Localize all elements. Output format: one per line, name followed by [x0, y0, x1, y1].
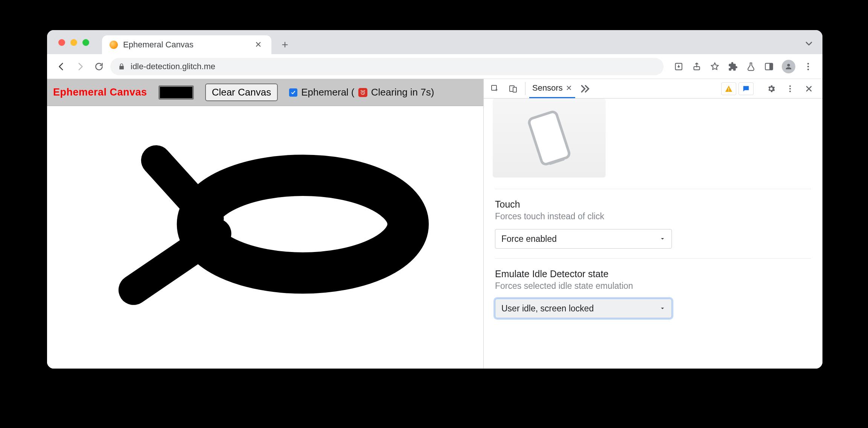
touch-section: Touch Forces touch instead of click Forc…	[495, 189, 811, 258]
profile-avatar[interactable]	[782, 60, 795, 73]
devtools-tab-label: Sensors	[532, 83, 563, 93]
browser-tab[interactable]: Ephemeral Canvas ✕	[102, 35, 271, 54]
touch-title: Touch	[495, 199, 811, 210]
devtools-menu-icon[interactable]	[782, 84, 798, 93]
svg-point-16	[789, 91, 791, 92]
devtools-issues-warning-icon[interactable]	[721, 82, 736, 95]
window-zoom-button[interactable]	[82, 39, 89, 46]
drawing-canvas[interactable]	[47, 106, 483, 369]
ephemeral-label-prefix: Ephemeral (	[301, 87, 355, 98]
nav-forward-button[interactable]	[73, 59, 88, 74]
touch-select[interactable]: Force enabled	[495, 229, 672, 249]
touch-select-value: Force enabled	[501, 234, 557, 244]
svg-point-8	[198, 175, 408, 273]
svg-rect-13	[728, 90, 729, 91]
window-close-button[interactable]	[58, 39, 65, 46]
devtools-close-icon[interactable]	[801, 84, 817, 93]
inspect-element-icon[interactable]	[487, 79, 503, 98]
device-toggle-icon[interactable]	[505, 79, 521, 98]
tab-favicon-icon	[110, 41, 118, 49]
idle-title: Emulate Idle Detector state	[495, 269, 811, 279]
devtools-panel: Sensors ✕	[484, 79, 822, 369]
touch-subtitle: Forces touch instead of click	[495, 211, 811, 222]
idle-state-select[interactable]: User idle, screen locked	[495, 299, 672, 318]
browser-toolbar: idle-detection.glitch.me	[47, 54, 822, 79]
svg-rect-3	[770, 63, 773, 70]
labs-icon[interactable]	[743, 59, 758, 74]
webpage-area: Ephemeral Canvas Clear Canvas Ephemeral …	[47, 79, 484, 369]
browser-window: Ephemeral Canvas ✕ + idle-detection.glit…	[47, 30, 822, 369]
caret-down-icon	[659, 234, 665, 244]
svg-point-5	[807, 65, 809, 67]
color-picker[interactable]	[158, 85, 194, 100]
svg-point-4	[807, 63, 809, 64]
address-bar[interactable]: idle-detection.glitch.me	[110, 58, 664, 75]
ephemeral-checkbox[interactable]	[289, 88, 297, 97]
bookmark-star-icon[interactable]	[707, 59, 722, 74]
canvas-drawing	[47, 106, 483, 369]
chrome-menu-button[interactable]	[801, 59, 816, 74]
reload-button[interactable]	[91, 59, 107, 74]
new-tab-button[interactable]: +	[277, 36, 293, 53]
svg-rect-12	[728, 88, 729, 90]
devtools-whatsnew-icon[interactable]	[739, 82, 754, 95]
tabs-dropdown-button[interactable]	[804, 38, 814, 46]
caret-down-icon	[659, 304, 665, 314]
devtools-tab-close-button[interactable]: ✕	[566, 83, 572, 93]
sensors-panel-body: Touch Forces touch instead of click Forc…	[484, 99, 822, 369]
tab-strip: Ephemeral Canvas ✕ +	[47, 30, 822, 54]
devtools-tab-sensors[interactable]: Sensors ✕	[529, 79, 575, 98]
idle-subtitle: Forces selected idle state emulation	[495, 281, 811, 291]
share-icon[interactable]	[689, 59, 704, 74]
extensions-icon[interactable]	[725, 59, 740, 74]
svg-rect-17	[528, 111, 570, 165]
page-toolbar: Ephemeral Canvas Clear Canvas Ephemeral …	[47, 79, 483, 106]
lock-icon	[118, 63, 125, 70]
svg-rect-11	[513, 87, 516, 92]
clear-canvas-button[interactable]: Clear Canvas	[205, 83, 278, 101]
window-minimize-button[interactable]	[70, 39, 77, 46]
page-title: Ephemeral Canvas	[53, 87, 147, 98]
ephemeral-option: Ephemeral ( Clearing in 7s)	[289, 87, 434, 98]
devtools-tab-overflow-button[interactable]	[577, 79, 592, 98]
devtools-tabbar: Sensors ✕	[484, 79, 822, 99]
nav-back-button[interactable]	[54, 59, 69, 74]
content-area: Ephemeral Canvas Clear Canvas Ephemeral …	[47, 79, 822, 369]
svg-point-6	[807, 68, 809, 70]
idle-section: Emulate Idle Detector state Forces selec…	[495, 258, 811, 328]
install-app-icon[interactable]	[671, 59, 686, 74]
ephemeral-countdown: Clearing in 7s)	[371, 87, 434, 98]
url-text: idle-detection.glitch.me	[131, 62, 215, 71]
tab-title: Ephemeral Canvas	[123, 40, 247, 50]
orientation-preview[interactable]	[493, 99, 606, 178]
toolbar-actions	[671, 59, 816, 74]
window-controls	[58, 39, 89, 46]
devtools-settings-icon[interactable]	[763, 84, 780, 93]
alarm-icon	[358, 88, 367, 97]
idle-select-value: User idle, screen locked	[501, 304, 594, 314]
svg-point-14	[789, 85, 791, 87]
tab-close-button[interactable]: ✕	[253, 39, 264, 50]
sidepanel-icon[interactable]	[761, 59, 777, 74]
svg-point-15	[789, 88, 791, 90]
